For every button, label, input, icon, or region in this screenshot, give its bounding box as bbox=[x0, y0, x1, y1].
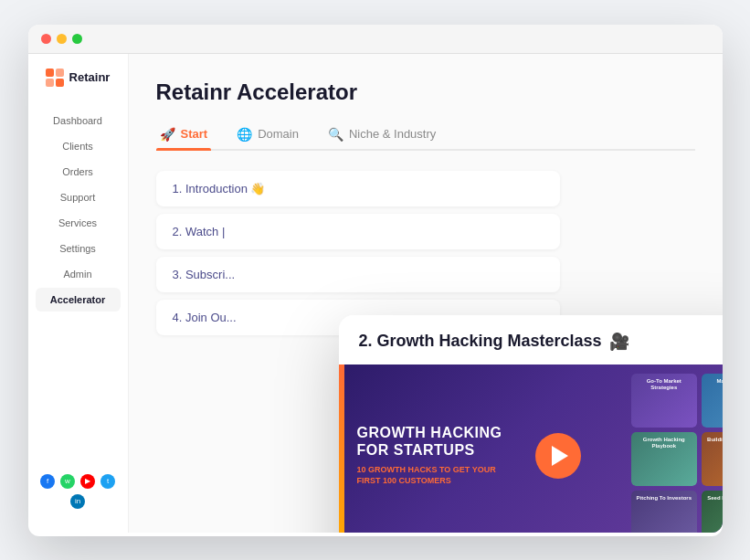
thumb-title-6: Seed Fundraising Kit bbox=[707, 495, 722, 502]
sidebar-item-admin[interactable]: Admin bbox=[28, 262, 128, 286]
sidebar-item-orders[interactable]: Orders bbox=[28, 160, 128, 184]
tabs: 🚀 Start 🌐 Domain 🔍 Niche & Industry bbox=[156, 120, 695, 151]
card-video: GROWTH HACKINGFOR STARTUPS 10 GROWTH HAC… bbox=[339, 365, 723, 533]
tab-domain-label: Domain bbox=[258, 127, 299, 141]
dot-green[interactable] bbox=[72, 34, 82, 44]
list-item-3[interactable]: 3. Subscri... bbox=[156, 257, 561, 292]
domain-icon: 🌐 bbox=[237, 127, 252, 142]
logo-sq4 bbox=[56, 79, 64, 87]
card-header: 2. Growth Hacking Masterclass 🎥 bbox=[339, 315, 723, 365]
tab-start[interactable]: 🚀 Start bbox=[156, 120, 212, 149]
tab-niche-label: Niche & Industry bbox=[349, 127, 436, 141]
whatsapp-icon[interactable]: w bbox=[60, 474, 75, 489]
card-title-icon: 🎥 bbox=[609, 332, 629, 352]
tab-domain[interactable]: 🌐 Domain bbox=[233, 120, 302, 149]
browser-window: Retainr Dashboard Clients Orders Support… bbox=[28, 25, 723, 536]
thumb-4: Building Rapid MVPs bbox=[702, 432, 723, 486]
list-item-2[interactable]: 2. Watch | bbox=[156, 214, 561, 249]
logo-sq3 bbox=[46, 79, 54, 87]
sidebar-item-dashboard[interactable]: Dashboard bbox=[28, 109, 128, 132]
thumb-5: Pitching To Investors bbox=[631, 491, 698, 533]
video-subtitle-bold: 10 GROWTH HACKS bbox=[357, 465, 438, 474]
sidebar-item-accelerator[interactable]: Accelerator bbox=[36, 288, 121, 312]
thumb-2: Marketing For Startups bbox=[702, 374, 723, 428]
thumb-title-2: Marketing For Startups bbox=[706, 378, 723, 391]
list-items: 1. Introduction 👋 2. Watch | 3. Subscri.… bbox=[156, 171, 695, 335]
main-content: Retainr Accelerator 🚀 Start 🌐 Domain 🔍 N… bbox=[129, 54, 723, 533]
card-title-text: 2. Growth Hacking Masterclass bbox=[359, 332, 602, 351]
sidebar-logo: Retainr bbox=[37, 69, 120, 87]
play-button[interactable] bbox=[535, 433, 581, 479]
youtube-icon[interactable]: ▶ bbox=[80, 474, 95, 489]
thumb-title-4: Building Rapid MVPs bbox=[707, 437, 722, 443]
video-main-title: GROWTH HACKINGFOR STARTUPS bbox=[357, 424, 540, 459]
overlay-card: 2. Growth Hacking Masterclass 🎥 GROWTH H… bbox=[339, 315, 723, 533]
browser-titlebar bbox=[28, 25, 723, 54]
video-text-area: GROWTH HACKINGFOR STARTUPS 10 GROWTH HAC… bbox=[357, 424, 540, 488]
thumb-1: Go-To Market Strategies bbox=[631, 374, 698, 428]
sidebar: Retainr Dashboard Clients Orders Support… bbox=[28, 54, 129, 533]
thumb-title-5: Pitching To Investors bbox=[636, 495, 692, 502]
dot-yellow[interactable] bbox=[57, 34, 67, 44]
browser-body: Retainr Dashboard Clients Orders Support… bbox=[28, 54, 723, 533]
niche-icon: 🔍 bbox=[328, 127, 343, 142]
video-left-stripe bbox=[339, 365, 344, 533]
sidebar-item-clients[interactable]: Clients bbox=[28, 134, 128, 158]
video-thumbnails: Go-To Market Strategies Marketing For St… bbox=[631, 374, 723, 533]
logo-sq1 bbox=[46, 69, 54, 77]
sidebar-item-support[interactable]: Support bbox=[28, 185, 128, 209]
list-item-1[interactable]: 1. Introduction 👋 bbox=[156, 171, 561, 206]
thumb-6: Seed Fundraising Kit bbox=[702, 491, 723, 533]
logo-sq2 bbox=[56, 69, 64, 77]
logo-icon bbox=[46, 69, 64, 87]
facebook-icon[interactable]: f bbox=[40, 474, 55, 489]
thumb-title-1: Go-To Market Strategies bbox=[636, 378, 693, 391]
play-triangle-icon bbox=[552, 446, 568, 466]
sidebar-nav: Dashboard Clients Orders Support Service… bbox=[28, 109, 128, 465]
logo-text: Retainr bbox=[69, 70, 111, 84]
video-subtitle: 10 GROWTH HACKS TO GET YOURFIRST 100 CUS… bbox=[357, 464, 540, 487]
sidebar-item-settings[interactable]: Settings bbox=[28, 237, 128, 260]
start-icon: 🚀 bbox=[160, 127, 175, 142]
tab-start-label: Start bbox=[181, 127, 208, 141]
sidebar-item-services[interactable]: Services bbox=[28, 211, 128, 235]
twitter-icon[interactable]: t bbox=[100, 474, 115, 489]
thumb-3: Growth Hacking Playbook bbox=[631, 432, 698, 486]
card-title: 2. Growth Hacking Masterclass 🎥 bbox=[359, 332, 723, 352]
linkedin-icon[interactable]: in bbox=[70, 494, 85, 509]
thumb-title-3: Growth Hacking Playbook bbox=[636, 437, 693, 449]
tab-niche[interactable]: 🔍 Niche & Industry bbox=[324, 120, 439, 149]
page-title: Retainr Accelerator bbox=[156, 79, 695, 105]
dot-red[interactable] bbox=[41, 34, 51, 44]
sidebar-social: f w ▶ t in bbox=[28, 465, 128, 518]
